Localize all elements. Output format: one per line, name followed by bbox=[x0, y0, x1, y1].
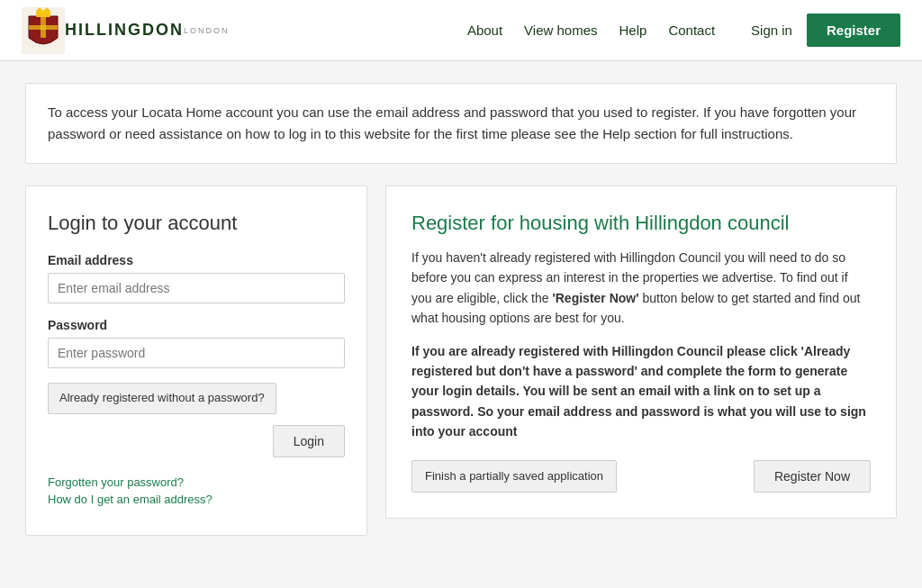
password-label: Password bbox=[48, 318, 345, 332]
login-button[interactable]: Login bbox=[273, 425, 345, 457]
register-desc1: If you haven't already registered with H… bbox=[411, 248, 871, 329]
email-group: Email address bbox=[48, 253, 345, 303]
register-button[interactable]: Register bbox=[807, 14, 900, 47]
register-panel: Register for housing with Hillingdon cou… bbox=[385, 185, 897, 519]
info-box: To access your Locata Home account you c… bbox=[25, 83, 897, 164]
nav-about[interactable]: About bbox=[467, 23, 502, 38]
register-desc2: If you are already registered with Hilli… bbox=[411, 341, 871, 442]
password-group: Password bbox=[48, 318, 345, 368]
logo[interactable]: HILLINGDON LONDON bbox=[22, 7, 230, 54]
register-now-button[interactable]: Register Now bbox=[754, 460, 871, 493]
nav-right: Sign in Register bbox=[751, 14, 900, 47]
already-registered-button[interactable]: Already registered without a password? bbox=[48, 383, 276, 414]
finish-application-button[interactable]: Finish a partially saved application bbox=[411, 460, 617, 493]
login-actions: Already registered without a password? L… bbox=[48, 383, 345, 457]
logo-text-group: HILLINGDON LONDON bbox=[65, 21, 230, 40]
password-input[interactable] bbox=[48, 338, 345, 368]
columns: Login to your account Email address Pass… bbox=[25, 185, 897, 536]
nav-view-homes[interactable]: View homes bbox=[524, 23, 597, 38]
logo-crest bbox=[22, 7, 65, 54]
logo-title: HILLINGDON bbox=[65, 21, 184, 40]
forgotten-password-link[interactable]: Forgotten your password? bbox=[48, 475, 345, 489]
info-text: To access your Locata Home account you c… bbox=[48, 102, 874, 145]
get-email-link[interactable]: How do I get an email address? bbox=[48, 493, 345, 506]
svg-rect-2 bbox=[29, 25, 58, 30]
nav-links: About View homes Help Contact bbox=[467, 23, 715, 38]
email-input[interactable] bbox=[48, 273, 345, 303]
email-label: Email address bbox=[48, 253, 345, 267]
navbar: HILLINGDON LONDON About View homes Help … bbox=[0, 0, 922, 61]
nav-help[interactable]: Help bbox=[619, 23, 647, 38]
main-wrapper: To access your Locata Home account you c… bbox=[11, 83, 911, 536]
register-actions: Finish a partially saved application Reg… bbox=[411, 460, 871, 493]
register-title: Register for housing with Hillingdon cou… bbox=[411, 212, 871, 235]
logo-sub: LONDON bbox=[184, 26, 230, 35]
login-title: Login to your account bbox=[48, 212, 345, 235]
login-panel: Login to your account Email address Pass… bbox=[25, 185, 367, 536]
login-links: Forgotten your password? How do I get an… bbox=[48, 475, 345, 506]
nav-contact[interactable]: Contact bbox=[668, 23, 715, 38]
signin-link[interactable]: Sign in bbox=[751, 23, 792, 38]
svg-rect-3 bbox=[36, 11, 50, 17]
